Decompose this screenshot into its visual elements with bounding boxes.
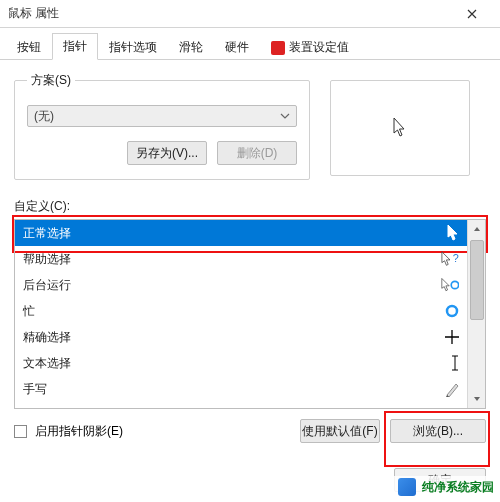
list-item-handwriting[interactable]: 手写 bbox=[15, 376, 467, 402]
close-button[interactable] bbox=[452, 0, 492, 27]
device-icon bbox=[271, 41, 285, 55]
pointer-shadow-checkbox[interactable] bbox=[14, 425, 27, 438]
scheme-group: 方案(S) (无) 另存为(V)... 删除(D) bbox=[14, 72, 310, 180]
scheme-dropdown[interactable]: (无) bbox=[27, 105, 297, 127]
svg-point-1 bbox=[451, 281, 458, 288]
list-item-help-select[interactable]: 帮助选择 ? bbox=[15, 246, 467, 272]
scroll-up-icon[interactable] bbox=[468, 220, 485, 238]
cursor-preview bbox=[330, 80, 470, 176]
scheme-legend: 方案(S) bbox=[27, 72, 75, 89]
list-item-precision[interactable]: 精确选择 bbox=[15, 324, 467, 350]
browse-button[interactable]: 浏览(B)... bbox=[390, 419, 486, 443]
custom-label: 自定义(C): bbox=[14, 198, 486, 215]
use-default-button[interactable]: 使用默认值(F) bbox=[300, 419, 380, 443]
cursor-arrow-icon bbox=[441, 225, 459, 241]
tab-device-settings[interactable]: 装置设定值 bbox=[260, 34, 360, 60]
cursor-ibeam-icon bbox=[441, 355, 459, 371]
cursor-arrow-icon bbox=[392, 117, 408, 139]
cursor-crosshair-icon bbox=[441, 330, 459, 344]
tab-hardware[interactable]: 硬件 bbox=[214, 34, 260, 60]
tab-buttons[interactable]: 按钮 bbox=[6, 34, 52, 60]
titlebar: 鼠标 属性 bbox=[0, 0, 500, 28]
cursor-busy-bg-icon bbox=[441, 277, 459, 293]
tab-bar: 按钮 指针 指针选项 滑轮 硬件 装置设定值 bbox=[0, 28, 500, 60]
svg-point-2 bbox=[447, 306, 457, 316]
tab-wheel[interactable]: 滑轮 bbox=[168, 34, 214, 60]
tab-pointer-options[interactable]: 指针选项 bbox=[98, 34, 168, 60]
save-as-button[interactable]: 另存为(V)... bbox=[127, 141, 207, 165]
scheme-selected: (无) bbox=[34, 108, 54, 125]
list-rows: 正常选择 帮助选择 ? 后台运行 忙 精确选择 bbox=[15, 220, 467, 408]
watermark-logo-icon bbox=[398, 478, 416, 496]
watermark: 纯净系统家园 bbox=[392, 476, 500, 498]
list-item-text-select[interactable]: 文本选择 bbox=[15, 350, 467, 376]
cursor-pen-icon bbox=[441, 381, 459, 397]
pointer-shadow-label: 启用指针阴影(E) bbox=[35, 423, 123, 440]
chevron-down-icon bbox=[280, 113, 290, 119]
scroll-down-icon[interactable] bbox=[468, 390, 485, 408]
scroll-thumb[interactable] bbox=[470, 240, 484, 320]
delete-button[interactable]: 删除(D) bbox=[217, 141, 297, 165]
cursor-help-icon: ? bbox=[441, 251, 459, 267]
window-title: 鼠标 属性 bbox=[8, 5, 452, 22]
list-item-working-bg[interactable]: 后台运行 bbox=[15, 272, 467, 298]
scrollbar[interactable] bbox=[467, 220, 485, 408]
tab-content: 方案(S) (无) 另存为(V)... 删除(D) 自定义(C): 正常选择 帮… bbox=[0, 60, 500, 455]
cursor-busy-icon bbox=[441, 304, 459, 318]
list-item-unavailable[interactable]: 不可用 bbox=[15, 402, 467, 408]
list-item-normal-select[interactable]: 正常选择 bbox=[15, 220, 467, 246]
cursor-listbox[interactable]: 正常选择 帮助选择 ? 后台运行 忙 精确选择 bbox=[14, 219, 486, 409]
tab-pointer[interactable]: 指针 bbox=[52, 33, 98, 60]
svg-text:?: ? bbox=[453, 252, 459, 264]
list-item-busy[interactable]: 忙 bbox=[15, 298, 467, 324]
watermark-brand: 纯净系统家园 bbox=[422, 479, 494, 496]
